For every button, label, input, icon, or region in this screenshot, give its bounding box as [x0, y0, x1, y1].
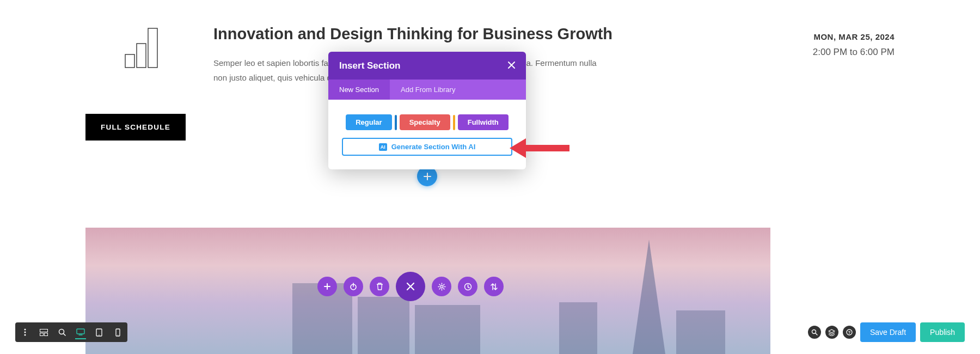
drag-handle-regular[interactable]	[395, 115, 397, 130]
full-schedule-button[interactable]: FULL SCHEDULE	[85, 114, 186, 141]
insert-section-modal: Insert Section New Section Add From Libr…	[328, 52, 526, 169]
toolbar-power-button[interactable]	[344, 277, 363, 296]
section-toolbar	[317, 272, 504, 301]
gear-icon	[438, 283, 446, 291]
svg-rect-13	[77, 329, 84, 334]
plus-icon	[324, 283, 330, 290]
save-draft-button[interactable]: Save Draft	[860, 322, 916, 342]
help-button[interactable]: ?	[843, 326, 856, 339]
bar-chart-icon	[85, 25, 197, 69]
svg-rect-2	[148, 28, 157, 68]
modal-tabs: New Section Add From Library	[328, 80, 526, 100]
svg-rect-9	[40, 329, 47, 332]
svg-rect-10	[40, 333, 43, 335]
layers-button[interactable]	[825, 326, 838, 339]
close-icon[interactable]	[508, 60, 515, 71]
toolbar-history-button[interactable]	[458, 277, 477, 296]
fullwidth-section-button[interactable]: Fullwidth	[458, 114, 509, 130]
toolbar-close-button[interactable]	[396, 272, 425, 301]
svg-rect-1	[137, 44, 146, 68]
svg-point-17	[117, 334, 118, 335]
power-icon	[350, 283, 357, 290]
toolbar-settings-button[interactable]	[432, 277, 451, 296]
svg-rect-11	[44, 333, 47, 335]
wireframe-icon	[40, 329, 48, 336]
more-options-button[interactable]	[20, 325, 30, 339]
search-button[interactable]	[808, 326, 821, 339]
drag-handle-specialty[interactable]	[453, 115, 455, 130]
clock-icon	[464, 283, 472, 291]
desktop-icon	[76, 328, 85, 335]
toolbar-sort-button[interactable]	[484, 277, 504, 296]
layers-icon	[828, 329, 835, 336]
ai-button-label: Generate Section With AI	[391, 143, 476, 151]
tablet-view-button[interactable]	[94, 325, 105, 339]
event-time: 2:00 PM to 6:00 PM	[753, 47, 895, 58]
search-icon	[811, 329, 818, 335]
bottom-right-toolbar: ? Save Draft Publish	[808, 322, 965, 342]
section-type-row: Regular Specialty Fullwidth	[342, 114, 512, 130]
tab-new-section[interactable]: New Section	[328, 80, 390, 100]
svg-point-18	[812, 330, 816, 334]
toolbar-add-button[interactable]	[317, 277, 337, 296]
event-date: MON, MAR 25, 2024	[753, 32, 895, 41]
sort-arrows-icon	[491, 283, 498, 291]
specialty-section-button[interactable]: Specialty	[400, 114, 450, 130]
svg-rect-0	[125, 54, 134, 68]
svg-text:?: ?	[848, 330, 850, 335]
generate-with-ai-button[interactable]: AI Generate Section With AI	[342, 138, 512, 156]
desktop-view-button[interactable]	[75, 325, 86, 339]
svg-point-8	[24, 334, 26, 336]
svg-point-6	[24, 329, 26, 331]
svg-point-15	[99, 334, 99, 335]
tab-add-from-library[interactable]: Add From Library	[390, 80, 466, 100]
plus-icon	[424, 173, 431, 180]
toolbar-delete-button[interactable]	[370, 277, 389, 296]
svg-point-7	[24, 332, 26, 333]
regular-section-button[interactable]: Regular	[346, 114, 391, 130]
ai-badge-icon: AI	[379, 143, 387, 151]
bottom-left-toolbar	[15, 322, 127, 342]
phone-icon	[115, 328, 120, 337]
help-icon: ?	[846, 329, 853, 335]
svg-point-4	[440, 285, 443, 288]
trash-icon	[376, 283, 383, 290]
wireframe-view-button[interactable]	[38, 325, 49, 339]
publish-button[interactable]: Publish	[920, 322, 965, 342]
close-icon	[406, 282, 415, 291]
phone-view-button[interactable]	[112, 325, 123, 339]
event-title: Innovation and Design Thinking for Busin…	[213, 25, 737, 44]
more-vertical-icon	[24, 328, 26, 336]
modal-title: Insert Section	[339, 60, 400, 71]
tablet-icon	[96, 328, 102, 337]
zoom-button[interactable]	[57, 325, 68, 339]
zoom-icon	[58, 328, 66, 336]
modal-header[interactable]: Insert Section	[328, 52, 526, 80]
